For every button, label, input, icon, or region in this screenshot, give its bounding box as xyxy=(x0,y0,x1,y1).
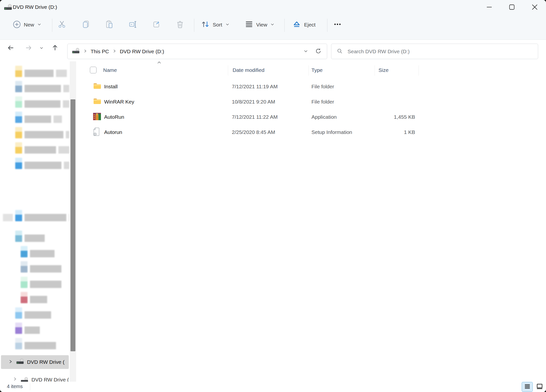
rename-icon xyxy=(129,20,137,29)
sidebar-redacted-row xyxy=(15,112,62,123)
sidebar-redacted-row xyxy=(15,307,51,319)
sidebar-redacted-row xyxy=(15,81,69,92)
sidebar-redacted-row xyxy=(15,231,45,242)
file-name: WinRAR Key xyxy=(104,99,134,105)
file-size: 1,455 KB xyxy=(368,114,415,120)
file-date-modified: 7/12/2021 11:19 AM xyxy=(232,84,278,90)
new-button-label: New xyxy=(24,22,34,28)
thumbnail-view-icon xyxy=(536,383,543,391)
sidebar-redacted-row xyxy=(21,261,61,273)
dvd-drive-icon xyxy=(16,358,25,366)
refresh-icon[interactable] xyxy=(315,48,322,55)
new-plus-icon xyxy=(13,20,21,29)
column-header-size[interactable]: Size xyxy=(378,67,389,73)
sidebar-scrollbar-track[interactable] xyxy=(70,61,76,382)
maximize-button[interactable] xyxy=(501,0,523,14)
copy-button[interactable] xyxy=(80,18,92,32)
sidebar-redacted-row xyxy=(21,246,55,257)
forward-button[interactable] xyxy=(23,42,34,54)
minimize-button[interactable] xyxy=(478,0,501,14)
file-type: File folder xyxy=(311,84,334,90)
breadcrumb-this-pc[interactable]: This PC xyxy=(91,49,109,54)
details-view-toggle[interactable] xyxy=(522,382,533,392)
column-header-name[interactable]: Name xyxy=(103,67,117,73)
thumbnail-view-toggle[interactable] xyxy=(534,382,545,392)
back-button[interactable] xyxy=(5,42,17,54)
setup-information-icon xyxy=(93,127,100,137)
chevron-right-icon[interactable] xyxy=(8,359,13,365)
sidebar-item-dvd-drive-selected[interactable]: DVD RW Drive ( xyxy=(1,355,69,369)
file-type: Setup Information xyxy=(311,129,352,135)
search-icon xyxy=(337,48,343,55)
column-separator[interactable] xyxy=(308,65,309,76)
sidebar-redacted-row xyxy=(15,323,40,334)
delete-icon xyxy=(176,20,184,29)
file-date-modified: 7/12/2021 11:22 AM xyxy=(232,114,278,120)
sidebar-redacted-row xyxy=(21,277,61,288)
paste-button[interactable] xyxy=(103,18,115,32)
sidebar-redacted-row xyxy=(15,66,67,77)
sidebar-redacted-row xyxy=(15,158,69,169)
sort-button[interactable]: Sort xyxy=(198,18,233,32)
select-all-checkbox[interactable] xyxy=(90,67,97,73)
sort-ascending-caret-icon xyxy=(157,61,162,65)
sidebar-redacted-row xyxy=(15,127,69,138)
copy-icon xyxy=(82,20,90,29)
dvd-drive-icon xyxy=(72,48,80,55)
sidebar-selected-label: DVD RW Drive ( xyxy=(27,359,64,365)
file-row[interactable]: Autorun 2/25/2020 8:45 AM Setup Informat… xyxy=(81,125,464,140)
eject-button[interactable]: Eject xyxy=(289,18,319,32)
column-separator[interactable] xyxy=(419,65,419,76)
column-separator[interactable] xyxy=(228,65,228,76)
sidebar-redacted-row xyxy=(21,292,47,303)
file-date-modified: 10/8/2021 9:20 AM xyxy=(232,99,275,105)
more-ellipsis-icon xyxy=(333,20,342,29)
toolbar-separator xyxy=(52,19,52,32)
chevron-down-icon xyxy=(225,22,230,27)
recent-locations-button[interactable] xyxy=(37,42,46,54)
recent-locations-chevron-icon xyxy=(39,46,44,51)
sidebar-redacted-row xyxy=(15,142,69,154)
sidebar-item-dvd-drive-partial[interactable]: DVD RW Drive (D xyxy=(0,376,69,382)
sidebar-redacted-row xyxy=(3,210,69,221)
cut-button[interactable] xyxy=(56,18,68,32)
chevron-right-icon xyxy=(83,49,87,54)
breadcrumb-current-drive[interactable]: DVD RW Drive (D:) xyxy=(120,49,164,54)
share-button[interactable] xyxy=(151,18,162,32)
dvd-drive-icon xyxy=(4,4,13,12)
dvd-drive-icon xyxy=(21,377,29,382)
folder-icon xyxy=(93,82,102,91)
back-arrow-icon xyxy=(7,44,14,52)
view-button[interactable]: View xyxy=(242,18,278,32)
column-header-date-modified[interactable]: Date modified xyxy=(233,67,265,73)
sidebar-redacted-row xyxy=(15,96,69,108)
delete-button[interactable] xyxy=(174,18,186,32)
cut-icon xyxy=(58,20,66,29)
eject-icon xyxy=(292,20,301,30)
sidebar-scrollbar-thumb[interactable] xyxy=(70,99,75,351)
new-button[interactable]: New xyxy=(10,18,44,32)
rename-button[interactable] xyxy=(127,18,139,32)
command-toolbar: New xyxy=(0,15,546,40)
chevron-right-icon xyxy=(13,377,17,382)
file-row[interactable]: Install 7/12/2021 11:19 AM File folder xyxy=(81,79,464,94)
title-bar: DVD RW Drive (D:) xyxy=(0,0,546,15)
address-bar[interactable]: This PC DVD RW Drive (D:) xyxy=(67,44,327,59)
address-dropdown-chevron-icon[interactable] xyxy=(303,49,308,54)
up-button[interactable] xyxy=(49,42,61,54)
chevron-down-icon xyxy=(270,22,275,27)
file-row[interactable]: AutoRun 7/12/2021 11:22 AM Application 1… xyxy=(81,109,464,125)
search-input[interactable] xyxy=(347,48,538,55)
sort-arrows-icon xyxy=(201,20,210,29)
column-separator[interactable] xyxy=(375,65,375,76)
more-options-button[interactable] xyxy=(332,18,343,32)
navigation-row: This PC DVD RW Drive (D:) xyxy=(0,40,546,61)
view-button-label: View xyxy=(256,22,267,28)
close-button[interactable] xyxy=(523,0,546,14)
sidebar-partial-label: DVD RW Drive (D xyxy=(31,377,69,382)
file-type: File folder xyxy=(311,99,334,105)
file-row[interactable]: WinRAR Key 10/8/2021 9:20 AM File folder xyxy=(81,94,464,109)
share-icon xyxy=(152,20,161,29)
chevron-down-icon xyxy=(37,22,42,27)
column-header-type[interactable]: Type xyxy=(311,67,323,73)
